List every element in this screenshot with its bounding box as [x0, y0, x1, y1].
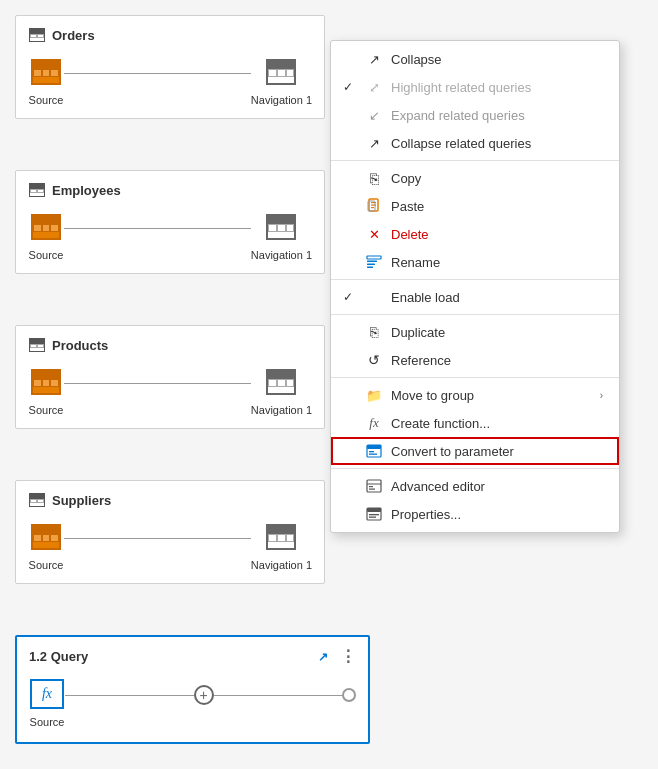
source-node-employees: Source [28, 209, 64, 261]
card-title-12query: 1.2 Query ↗ ⋮ [29, 647, 356, 666]
source-icon-employees [31, 214, 61, 240]
query-card-12query[interactable]: 1.2 Query ↗ ⋮ fx Source + [15, 635, 370, 744]
convert-param-icon [365, 442, 383, 460]
svg-rect-10 [367, 445, 381, 449]
svg-rect-7 [367, 264, 375, 266]
menu-item-convert-param[interactable]: Convert to parameter [331, 437, 619, 465]
svg-rect-18 [367, 508, 381, 512]
nav-node-employees: Navigation 1 [251, 209, 312, 261]
nav-icon-orders [266, 59, 296, 85]
svg-rect-11 [369, 451, 374, 452]
expand-icon[interactable]: ↗ [318, 650, 328, 664]
add-step-button[interactable]: + [194, 685, 214, 705]
card-nodes-products: Source Navigation 1 [28, 364, 312, 416]
menu-item-properties[interactable]: Properties... [331, 500, 619, 528]
query-card-orders[interactable]: Orders Source [15, 15, 325, 119]
card-nodes-suppliers: Source Navigation 1 [28, 519, 312, 571]
menu-label-enable-load: Enable load [391, 290, 460, 305]
menu-label-create-function: Create function... [391, 416, 490, 431]
svg-rect-19 [369, 514, 379, 515]
rename-icon [365, 253, 383, 271]
orders-table-icon [28, 26, 46, 44]
menu-item-rename[interactable]: Rename [331, 248, 619, 276]
menu-item-collapse[interactable]: ↗ Collapse [331, 45, 619, 73]
highlight-icon: ⤢ [365, 78, 383, 96]
card-nodes-employees: Source Navigation 1 [28, 209, 312, 261]
check-highlight: ✓ [343, 80, 357, 94]
canvas: Orders Source [0, 0, 658, 769]
card-title-employees: Employees [28, 181, 312, 199]
source-icon-products [31, 369, 61, 395]
menu-item-paste[interactable]: Paste [331, 192, 619, 220]
nav-node-orders: Navigation 1 [251, 54, 312, 106]
svg-rect-3 [371, 207, 374, 208]
card-nodes-12query: fx Source + [29, 676, 356, 728]
nav-node-suppliers: Navigation 1 [251, 519, 312, 571]
suppliers-table-icon [28, 491, 46, 509]
nav-icon-employees [266, 214, 296, 240]
menu-item-move-to-group[interactable]: 📁 Move to group › [331, 381, 619, 409]
source-node-suppliers: Source [28, 519, 64, 571]
connector-orders [64, 73, 251, 74]
nav-node-products: Navigation 1 [251, 364, 312, 416]
card-title-products: Products [28, 336, 312, 354]
query-card-products[interactable]: Products Source [15, 325, 325, 429]
separator-1 [331, 160, 619, 161]
svg-rect-5 [367, 256, 381, 259]
query-card-suppliers[interactable]: Suppliers Source [15, 480, 325, 584]
separator-3 [331, 314, 619, 315]
menu-label-duplicate: Duplicate [391, 325, 445, 340]
reference-icon: ↺ [365, 351, 383, 369]
menu-label-collapse-related: Collapse related queries [391, 136, 531, 151]
check-enable-load: ✓ [343, 290, 357, 304]
menu-item-advanced-editor[interactable]: Advanced editor [331, 472, 619, 500]
nav-icon-suppliers [266, 524, 296, 550]
fx-icon-12query: fx [30, 679, 64, 709]
separator-2 [331, 279, 619, 280]
menu-item-create-function[interactable]: fx Create function... [331, 409, 619, 437]
more-icon[interactable]: ⋮ [340, 647, 356, 666]
menu-label-copy: Copy [391, 171, 421, 186]
advanced-editor-icon [365, 477, 383, 495]
source-node-12query: fx Source [29, 676, 65, 728]
connector-suppliers [64, 538, 251, 539]
menu-label-convert-param: Convert to parameter [391, 444, 514, 459]
menu-label-paste: Paste [391, 199, 424, 214]
collapse-related-icon: ↗ [365, 134, 383, 152]
svg-rect-20 [369, 517, 376, 518]
source-icon-suppliers [31, 524, 61, 550]
menu-label-delete: Delete [391, 227, 429, 242]
menu-label-rename: Rename [391, 255, 440, 270]
paste-icon [365, 197, 383, 215]
connector-products [64, 383, 251, 384]
card-title-suppliers: Suppliers [28, 491, 312, 509]
copy-icon: ⎘ [365, 169, 383, 187]
query-card-employees[interactable]: Employees Source [15, 170, 325, 274]
create-function-icon: fx [365, 414, 383, 432]
menu-label-expand: Expand related queries [391, 108, 525, 123]
enable-load-icon [365, 288, 383, 306]
employees-table-icon [28, 181, 46, 199]
menu-item-reference[interactable]: ↺ Reference [331, 346, 619, 374]
separator-4 [331, 377, 619, 378]
menu-label-reference: Reference [391, 353, 451, 368]
svg-rect-12 [369, 454, 377, 455]
end-node-12query [342, 688, 356, 702]
menu-item-expand[interactable]: ↙ Expand related queries [331, 101, 619, 129]
menu-item-delete[interactable]: ✕ Delete [331, 220, 619, 248]
menu-item-enable-load[interactable]: ✓ Enable load [331, 283, 619, 311]
collapse-icon: ↗ [365, 50, 383, 68]
menu-item-highlight[interactable]: ✓ ⤢ Highlight related queries [331, 73, 619, 101]
connector-12query [65, 695, 194, 696]
nav-icon-products [266, 369, 296, 395]
menu-item-collapse-related[interactable]: ↗ Collapse related queries [331, 129, 619, 157]
menu-item-copy[interactable]: ⎘ Copy [331, 164, 619, 192]
source-node-products: Source [28, 364, 64, 416]
delete-icon: ✕ [365, 225, 383, 243]
properties-icon [365, 505, 383, 523]
expand-related-icon: ↙ [365, 106, 383, 124]
menu-label-properties: Properties... [391, 507, 461, 522]
svg-rect-15 [369, 486, 373, 487]
source-icon-orders [31, 59, 61, 85]
menu-item-duplicate[interactable]: ⎘ Duplicate [331, 318, 619, 346]
